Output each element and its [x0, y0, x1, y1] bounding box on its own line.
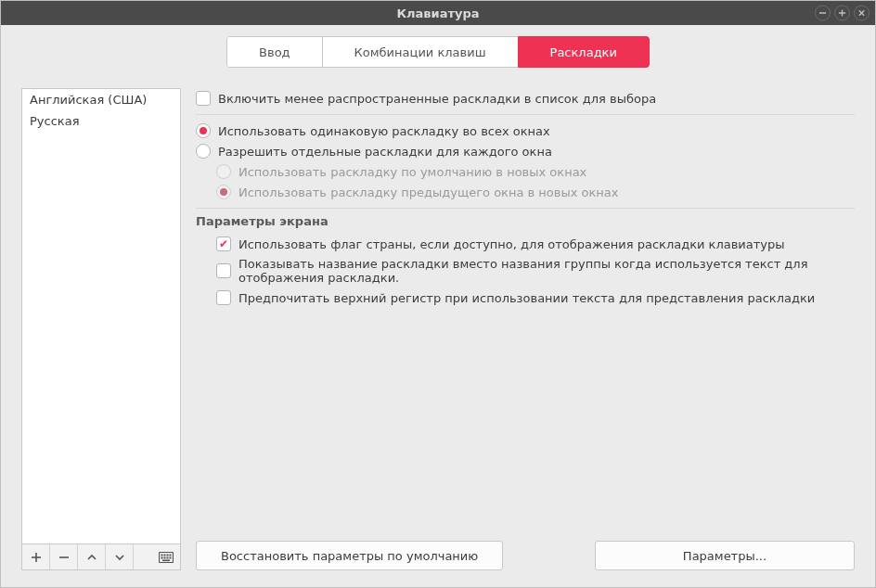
tab-input[interactable]: Ввод [226, 36, 323, 68]
list-item[interactable]: Русская [22, 110, 180, 132]
row-prev-new: Использовать раскладку предыдущего окна … [196, 182, 855, 202]
use-flag-checkbox[interactable]: ✔ [216, 236, 231, 251]
svg-rect-17 [162, 559, 170, 561]
titlebar: Клавиатура [1, 1, 875, 25]
same-all-radio[interactable] [196, 123, 211, 138]
include-rare-label: Включить менее распространенные раскладк… [218, 92, 656, 106]
separate-radio[interactable] [196, 144, 211, 159]
row-default-new: Использовать раскладку по умолчанию в но… [196, 161, 855, 182]
svg-rect-16 [170, 556, 172, 558]
svg-rect-10 [164, 554, 166, 556]
main-panel: Английская (США) Русская [21, 88, 855, 570]
list-item[interactable]: Английская (США) [22, 89, 180, 110]
footer: Восстановить параметры по умолчанию Пара… [196, 524, 855, 570]
prev-new-radio [216, 185, 231, 199]
default-new-label: Использовать раскладку по умолчанию в но… [238, 165, 586, 179]
svg-rect-14 [164, 556, 166, 558]
row-include-rare: Включить менее распространенные раскладк… [196, 88, 855, 109]
content: Ввод Комбинации клавиш Раскладки Английс… [1, 25, 875, 587]
layout-list[interactable]: Английская (США) Русская [21, 88, 181, 544]
layout-sidebar: Английская (США) Русская [21, 88, 181, 570]
svg-rect-11 [167, 554, 169, 556]
close-button[interactable] [854, 6, 870, 21]
svg-rect-15 [167, 556, 169, 558]
default-new-radio [216, 164, 231, 179]
tab-layouts[interactable]: Раскладки [518, 36, 650, 68]
tab-input-label: Ввод [259, 45, 290, 59]
tab-shortcuts-label: Комбинации клавиш [354, 45, 486, 59]
uppercase-checkbox[interactable] [216, 290, 231, 305]
row-same-all: Использовать одинаковую раскладку во все… [196, 121, 855, 141]
same-all-label: Использовать одинаковую раскладку во все… [218, 124, 550, 138]
settings-panel: Включить менее распространенные раскладк… [196, 88, 855, 570]
prev-new-label: Использовать раскладку предыдущего окна … [238, 185, 619, 199]
row-separate: Разрешить отдельные раскладки для каждог… [196, 141, 855, 161]
move-up-button[interactable] [78, 544, 106, 569]
options-button-label: Параметры... [683, 549, 766, 563]
options-button[interactable]: Параметры... [595, 541, 855, 570]
show-name-checkbox[interactable] [216, 263, 231, 278]
row-use-flag: ✔ Использовать флаг страны, если доступн… [196, 234, 855, 254]
svg-rect-12 [170, 554, 172, 556]
window-title: Клавиатура [396, 6, 479, 20]
move-down-button[interactable] [106, 544, 134, 569]
remove-layout-button[interactable] [50, 544, 78, 569]
svg-rect-9 [161, 554, 163, 556]
add-layout-button[interactable] [22, 544, 50, 569]
maximize-button[interactable] [834, 6, 850, 21]
row-show-name: Показывать название раскладки вместо наз… [196, 254, 855, 288]
tab-bar: Ввод Комбинации клавиш Раскладки [21, 36, 855, 68]
use-flag-label: Использовать флаг страны, если доступно,… [238, 237, 785, 251]
restore-defaults-button[interactable]: Восстановить параметры по умолчанию [196, 541, 503, 570]
tab-layouts-label: Раскладки [550, 45, 617, 59]
keyboard-preview-button[interactable] [152, 544, 180, 569]
restore-defaults-label: Восстановить параметры по умолчанию [221, 549, 478, 563]
row-uppercase: Предпочитать верхний регистр при использ… [196, 288, 855, 308]
svg-rect-13 [161, 556, 163, 558]
show-name-label: Показывать название раскладки вместо наз… [238, 257, 855, 285]
layout-toolbar [21, 544, 181, 570]
separate-label: Разрешить отдельные раскладки для каждог… [218, 145, 552, 159]
tab-shortcuts[interactable]: Комбинации клавиш [322, 36, 519, 68]
minimize-button[interactable] [815, 6, 831, 21]
uppercase-label: Предпочитать верхний регистр при использ… [238, 291, 815, 305]
include-rare-checkbox[interactable] [196, 91, 211, 106]
window: Клавиатура Ввод Комбинации клавиш [0, 0, 876, 588]
window-controls [815, 6, 870, 21]
display-section-title: Параметры экрана [196, 214, 855, 228]
